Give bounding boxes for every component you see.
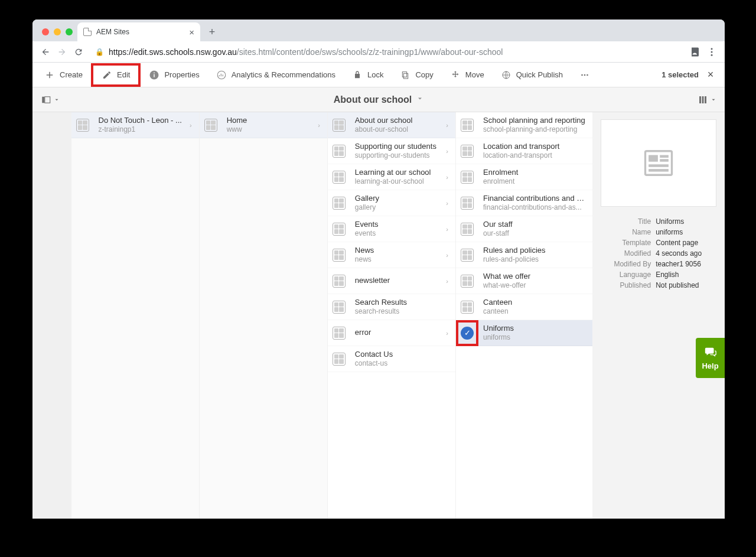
- column-item[interactable]: Our staffour-staff: [456, 216, 592, 242]
- item-thumbnail[interactable]: [456, 166, 478, 188]
- copy-icon: [400, 70, 410, 80]
- item-thumbnail[interactable]: [456, 114, 478, 136]
- svg-rect-13: [42, 96, 44, 103]
- item-title: Financial contributions and as...: [483, 194, 588, 203]
- svg-point-11: [584, 74, 586, 76]
- help-widget[interactable]: Help: [696, 338, 725, 378]
- column-item[interactable]: Canteencanteen: [456, 294, 592, 320]
- column-item[interactable]: newsletter›: [328, 268, 455, 294]
- lock-icon: [352, 70, 363, 80]
- column-item[interactable]: Financial contributions and as...financi…: [456, 190, 592, 216]
- chevron-down-icon: [416, 95, 423, 104]
- item-title: Events: [355, 220, 439, 229]
- browser-tab[interactable]: AEM Sites ×: [77, 22, 200, 41]
- column-item[interactable]: Supporting our studentssupporting-our-st…: [328, 138, 455, 164]
- chrome-menu-button[interactable]: [703, 44, 720, 60]
- column-item[interactable]: Search Resultssearch-results: [328, 294, 455, 320]
- column-item[interactable]: Enrolmentenrolment: [456, 164, 592, 190]
- item-labels: Contact Uscontact-us: [355, 350, 451, 368]
- item-labels: error: [355, 328, 439, 337]
- deselect-button[interactable]: ×: [705, 69, 716, 81]
- item-thumbnail[interactable]: [328, 348, 350, 370]
- rail-toggle[interactable]: [37, 95, 63, 105]
- address-bar[interactable]: 🔒 https://edit.sws.schools.nsw.gov.au/si…: [89, 44, 685, 60]
- item-labels: Learning at our schoollearning-at-our-sc…: [355, 168, 439, 186]
- item-thumbnail[interactable]: [328, 218, 350, 240]
- column-item[interactable]: Newsnews›: [328, 242, 455, 268]
- svg-rect-7: [404, 73, 408, 79]
- item-name: learning-at-our-school: [355, 177, 439, 186]
- item-thumbnail[interactable]: [456, 270, 478, 292]
- selection-count: 1 selected: [662, 70, 699, 79]
- item-thumbnail[interactable]: [328, 166, 350, 188]
- view-switcher[interactable]: [694, 95, 720, 105]
- svg-rect-17: [705, 96, 706, 103]
- column-item[interactable]: Location and transportlocation-and-trans…: [456, 138, 592, 164]
- chevron-right-icon: ›: [444, 200, 451, 207]
- column-item[interactable]: Homewww›: [200, 112, 327, 138]
- column-item[interactable]: Rules and policiesrules-and-policies: [456, 242, 592, 268]
- quick-publish-button[interactable]: Quick Publish: [493, 63, 571, 87]
- item-thumbnail[interactable]: [200, 114, 222, 136]
- item-title: Supporting our students: [355, 142, 439, 151]
- item-thumbnail[interactable]: [328, 192, 350, 214]
- window-close-button[interactable]: [42, 28, 49, 35]
- item-labels: Do Not Touch - Leon - ...z-trainingp1: [99, 116, 183, 134]
- new-tab-button[interactable]: +: [204, 24, 220, 40]
- column-item[interactable]: Contact Uscontact-us: [328, 346, 455, 372]
- move-button[interactable]: Move: [442, 63, 493, 87]
- meta-key-name: Name: [601, 227, 656, 237]
- page-title[interactable]: About our school: [334, 95, 412, 105]
- column-item[interactable]: ✓Uniformsuniforms: [456, 320, 592, 346]
- item-thumbnail[interactable]: [456, 296, 478, 318]
- item-thumbnail[interactable]: [328, 114, 350, 136]
- column-item[interactable]: error›: [328, 320, 455, 346]
- item-thumbnail[interactable]: [456, 218, 478, 240]
- column-item[interactable]: Learning at our schoollearning-at-our-sc…: [328, 164, 455, 190]
- chrome-tab-strip: AEM Sites × +: [32, 19, 725, 41]
- more-actions-button[interactable]: [571, 63, 598, 87]
- analytics-button[interactable]: Analytics & Recommendations: [208, 63, 344, 87]
- back-button[interactable]: [37, 44, 54, 60]
- item-name: what-we-offer: [483, 281, 588, 290]
- svg-rect-5: [154, 72, 155, 73]
- item-labels: Financial contributions and as...financi…: [483, 194, 588, 212]
- item-thumbnail[interactable]: [456, 192, 478, 214]
- item-thumbnail[interactable]: [328, 140, 350, 162]
- window-minimize-button[interactable]: [54, 28, 61, 35]
- column-item[interactable]: About our schoolabout-our-school›: [328, 112, 455, 138]
- window-fullscreen-button[interactable]: [66, 28, 73, 35]
- edit-button[interactable]: Edit: [91, 63, 141, 87]
- item-thumbnail[interactable]: [328, 270, 350, 292]
- column-item[interactable]: School planning and reportingschool-plan…: [456, 112, 592, 138]
- item-name: news: [355, 255, 439, 264]
- item-title: School planning and reporting: [483, 116, 588, 125]
- copy-button[interactable]: Copy: [392, 63, 441, 87]
- column-item[interactable]: Eventsevents›: [328, 216, 455, 242]
- item-thumbnail[interactable]: [71, 114, 94, 136]
- svg-rect-22: [649, 164, 669, 167]
- item-name: gallery: [355, 203, 439, 212]
- item-thumbnail[interactable]: [328, 296, 350, 318]
- column-item[interactable]: Gallerygallery›: [328, 190, 455, 216]
- extension-contacts-button[interactable]: [687, 44, 703, 60]
- lock-button[interactable]: Lock: [344, 63, 392, 87]
- svg-point-1: [711, 51, 713, 53]
- item-labels: newsletter: [355, 276, 439, 285]
- column-item[interactable]: What we offerwhat-we-offer: [456, 268, 592, 294]
- chevron-right-icon: ›: [444, 174, 451, 181]
- item-thumbnail[interactable]: [456, 140, 478, 162]
- item-thumbnail[interactable]: [328, 322, 350, 344]
- item-thumbnail[interactable]: [328, 244, 350, 266]
- tab-close-button[interactable]: ×: [189, 27, 194, 37]
- item-title: Uniforms: [483, 324, 588, 333]
- reload-button[interactable]: [70, 44, 87, 60]
- create-button[interactable]: Create: [36, 63, 91, 87]
- chrome-toolbar: 🔒 https://edit.sws.schools.nsw.gov.au/si…: [32, 41, 725, 63]
- item-labels: Rules and policiesrules-and-policies: [483, 246, 588, 264]
- item-selected-check[interactable]: ✓: [456, 322, 478, 344]
- properties-button[interactable]: Properties: [141, 63, 207, 87]
- column-item[interactable]: Do Not Touch - Leon - ...z-trainingp1›: [71, 112, 199, 138]
- move-icon: [450, 70, 461, 80]
- item-thumbnail[interactable]: [456, 244, 478, 266]
